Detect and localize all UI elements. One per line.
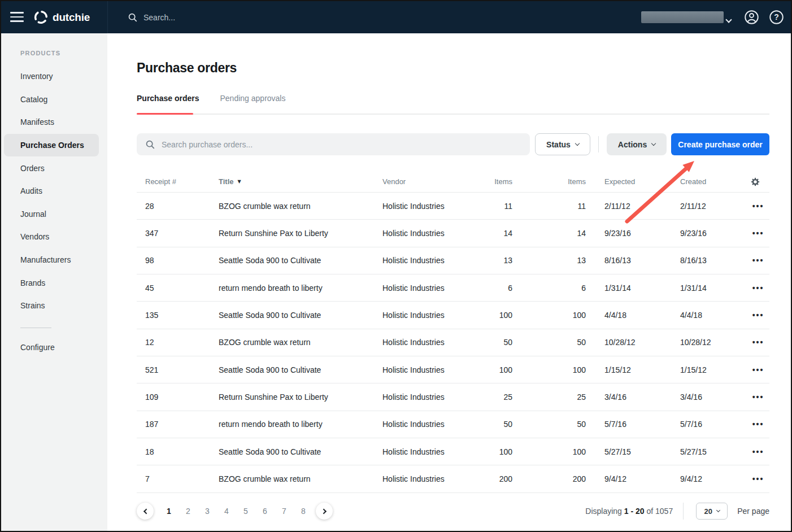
help-icon[interactable]: ? (769, 10, 784, 25)
cell-expected: 4/4/18 (604, 302, 626, 328)
page-number-6[interactable]: 6 (255, 501, 275, 521)
cell-expected: 8/16/13 (604, 247, 631, 274)
table-row[interactable]: 521Seattle Soda 900 to CultivateHolistic… (137, 356, 769, 383)
cell-title: Return Sunshine Pax to Liberty (219, 220, 328, 246)
column-header-items[interactable]: Items (456, 171, 512, 193)
cell-receipt: 347 (145, 220, 158, 246)
row-actions-button[interactable]: ••• (746, 465, 771, 492)
page-title: Purchase orders (137, 60, 237, 76)
row-actions-button[interactable]: ••• (746, 438, 771, 465)
table-row[interactable]: 109Return Sunshine Pax to LibertyHolisti… (137, 383, 769, 411)
table-row[interactable]: 28BZOG crumble wax returnHolistic Indust… (137, 193, 769, 220)
cell-expected: 3/4/16 (604, 383, 626, 410)
tabline (137, 114, 769, 115)
table-row[interactable]: 187return mendo breath to libertyHolisti… (137, 411, 769, 438)
sidebar-item-configure[interactable]: Configure (20, 343, 55, 352)
row-actions-button[interactable]: ••• (746, 302, 771, 328)
page-number-5[interactable]: 5 (236, 501, 255, 521)
chevron-down-icon[interactable] (726, 14, 731, 24)
search-icon (145, 139, 155, 149)
row-actions-button[interactable]: ••• (746, 220, 771, 246)
row-actions-button[interactable]: ••• (746, 247, 771, 274)
sidebar-item-journal[interactable]: Journal (1, 203, 107, 226)
topbar: dutchie Search... ? (1, 1, 791, 33)
column-header-title[interactable]: Title ▼ (219, 171, 241, 193)
sidebar-item-catalog[interactable]: Catalog (1, 88, 107, 111)
menu-icon[interactable] (10, 12, 24, 23)
table-row[interactable]: 18Seattle Soda 900 to CultivateHolistic … (137, 438, 769, 465)
row-actions-button[interactable]: ••• (746, 383, 771, 410)
global-search-input[interactable]: Search... (128, 1, 175, 33)
actions-dropdown[interactable]: Actions (607, 133, 667, 155)
sidebar-item-strains[interactable]: Strains (1, 294, 107, 317)
cell-title: BZOG crumble wax return (219, 465, 311, 492)
table-row[interactable]: 7BZOG crumble wax returnHolistic Industr… (137, 465, 769, 492)
masked-account-selector[interactable] (641, 11, 724, 23)
row-actions-button[interactable]: ••• (746, 411, 771, 438)
column-header-receipt[interactable]: Receipt # (145, 171, 176, 193)
column-header-items[interactable]: Items (529, 171, 586, 193)
sidebar-item-manifests[interactable]: Manifests (1, 111, 107, 134)
cell-receipt: 12 (145, 329, 154, 356)
user-icon[interactable] (744, 10, 759, 25)
previous-page-button[interactable] (137, 503, 154, 520)
cell-items: 100 (456, 356, 512, 383)
cell-items: 100 (456, 302, 512, 328)
cell-receipt: 7 (145, 465, 150, 492)
page-number-7[interactable]: 7 (275, 501, 294, 521)
table-row[interactable]: 45return mendo breath to libertyHolistic… (137, 274, 769, 302)
sidebar-item-inventory[interactable]: Inventory (1, 65, 107, 88)
next-page-button[interactable] (316, 503, 333, 520)
cell-items: 6 (529, 274, 586, 301)
cell-expected: 5/27/15 (604, 438, 631, 465)
column-header-created[interactable]: Created (680, 171, 706, 193)
cell-vendor: Holistic Industries (382, 383, 445, 410)
cell-title: Return Sunshine Pax to Liberty (219, 383, 328, 410)
sidebar-item-manufacturers[interactable]: Manufacturers (1, 248, 107, 272)
cell-expected: 9/23/16 (604, 220, 631, 246)
table-row[interactable]: 98Seattle Soda 900 to CultivateHolistic … (137, 247, 769, 274)
cell-receipt: 521 (145, 356, 158, 383)
row-actions-button[interactable]: ••• (746, 274, 771, 301)
tab-purchase-orders[interactable]: Purchase orders (137, 94, 199, 106)
sidebar-item-purchase-orders[interactable]: Purchase Orders (4, 134, 99, 157)
cell-items: 100 (529, 356, 586, 383)
table-row[interactable]: 347Return Sunshine Pax to LibertyHolisti… (137, 220, 769, 247)
table-row[interactable]: 12BZOG crumble wax returnHolistic Indust… (137, 329, 769, 356)
page-number-8[interactable]: 8 (294, 501, 313, 521)
cell-items: 11 (529, 193, 586, 219)
row-actions-button[interactable]: ••• (746, 329, 771, 356)
purchase-orders-search-input[interactable]: Search purchase orders... (137, 133, 530, 155)
displaying-range: 1 - 20 (624, 507, 645, 516)
cell-created: 10/28/12 (680, 329, 711, 356)
page-number-2[interactable]: 2 (179, 501, 198, 521)
page-number-3[interactable]: 3 (198, 501, 217, 521)
column-header-vendor[interactable]: Vendor (382, 171, 406, 193)
page-number-4[interactable]: 4 (217, 501, 236, 521)
cell-expected: 5/7/16 (604, 411, 626, 438)
column-header-expected[interactable]: Expected (604, 171, 635, 193)
create-purchase-order-button[interactable]: Create purchase order (671, 133, 769, 155)
tab-pending-approvals[interactable]: Pending approvals (220, 94, 286, 106)
column-settings-gear-icon[interactable] (750, 171, 760, 193)
sidebar-item-audits[interactable]: Audits (1, 180, 107, 203)
cell-items: 13 (456, 247, 512, 274)
cell-items: 14 (529, 220, 586, 246)
cell-title: Seattle Soda 900 to Cultivate (219, 247, 321, 274)
cell-receipt: 135 (145, 302, 158, 328)
cell-expected: 10/28/12 (604, 329, 636, 356)
row-actions-button[interactable]: ••• (746, 356, 771, 383)
page-size-dropdown[interactable]: 20 (696, 503, 728, 520)
row-actions-button[interactable]: ••• (746, 193, 771, 219)
sidebar-item-brands[interactable]: Brands (1, 271, 107, 294)
status-filter-dropdown[interactable]: Status (535, 133, 590, 155)
svg-text:?: ? (774, 12, 779, 21)
sidebar-item-orders[interactable]: Orders (1, 156, 107, 180)
cell-receipt: 28 (145, 193, 154, 219)
table-row[interactable]: 135Seattle Soda 900 to CultivateHolistic… (137, 302, 769, 329)
page-number-1[interactable]: 1 (159, 501, 179, 521)
cell-expected: 1/15/12 (604, 356, 631, 383)
dutchie-logo[interactable]: dutchie (33, 1, 90, 33)
sidebar-item-vendors[interactable]: Vendors (1, 225, 107, 248)
cell-vendor: Holistic Industries (382, 356, 445, 383)
